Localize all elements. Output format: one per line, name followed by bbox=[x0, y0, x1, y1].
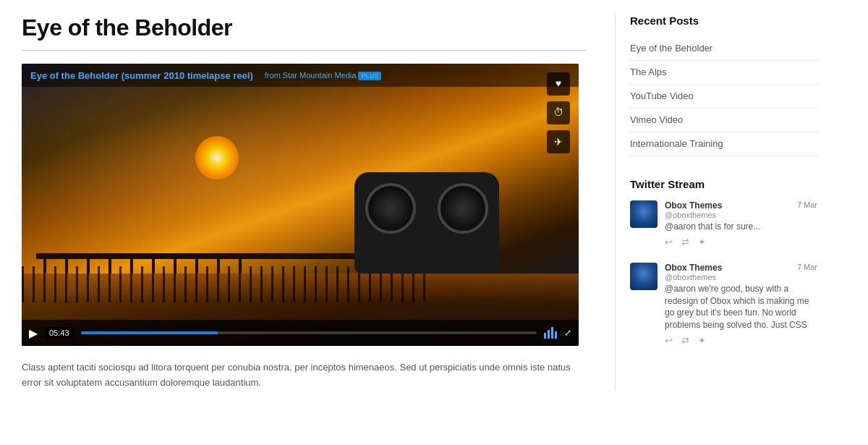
binocular-viewer bbox=[333, 143, 521, 302]
sidebar: Recent Posts Eye of the Beholder The Alp… bbox=[615, 14, 817, 391]
tweet-body-1: Obox Themes @oboxthemes 7 Mar @aaron tha… bbox=[665, 200, 817, 248]
tweet-username-1: Obox Themes bbox=[665, 200, 722, 211]
sun-glow bbox=[195, 136, 239, 179]
tweet-user-info-1: Obox Themes @oboxthemes bbox=[665, 200, 722, 219]
post-body: Class aptent taciti sociosqu ad litora t… bbox=[22, 360, 586, 391]
twitter-section: Twitter Stream Obox Themes @oboxthemes 7… bbox=[630, 178, 817, 347]
tweet-actions-2: ↩ ⇄ ✦ bbox=[665, 335, 817, 347]
post-title: Eye of the Beholder bbox=[22, 14, 586, 41]
tweet-text-2: @aaron we're good, busy with a redesign … bbox=[665, 283, 817, 331]
video-control-bar[interactable]: ▶ 05:43 ⤢ bbox=[22, 320, 579, 346]
tweet-user-info-2: Obox Themes @oboxthemes bbox=[665, 263, 722, 281]
tweet-text-1: @aaron that is for sure... bbox=[665, 221, 817, 233]
pier-post-4 bbox=[109, 253, 111, 274]
recent-post-link-3[interactable]: YouTube Video bbox=[630, 90, 694, 101]
reply-button-1[interactable]: ↩ bbox=[665, 237, 673, 248]
twitter-title: Twitter Stream bbox=[630, 178, 817, 190]
video-title-bar: Eye of the Beholder (summer 2010 timelap… bbox=[22, 64, 579, 87]
tweet-header-2: Obox Themes @oboxthemes 7 Mar bbox=[665, 263, 817, 281]
list-item: Internationale Training bbox=[630, 132, 817, 156]
tweet-avatar-1 bbox=[630, 200, 658, 228]
progress-fill bbox=[81, 331, 218, 334]
volume-indicator bbox=[544, 327, 557, 339]
recent-post-link-5[interactable]: Internationale Training bbox=[630, 138, 723, 149]
video-player[interactable]: Eye of the Beholder (summer 2010 timelap… bbox=[22, 64, 579, 346]
avatar-image-2 bbox=[630, 263, 658, 290]
retweet-button-2[interactable]: ⇄ bbox=[681, 335, 689, 347]
pier-post-7 bbox=[174, 253, 176, 274]
tweet-handle-2: @oboxthemes bbox=[665, 273, 722, 281]
tweet-body-2: Obox Themes @oboxthemes 7 Mar @aaron we'… bbox=[665, 263, 817, 347]
tweet-item-1: Obox Themes @oboxthemes 7 Mar @aaron tha… bbox=[630, 200, 817, 248]
video-from-label: from Star Mountain Media PLUS bbox=[265, 71, 382, 80]
plus-badge: PLUS bbox=[358, 72, 381, 80]
pier-post-1 bbox=[43, 253, 46, 274]
retweet-button-1[interactable]: ⇄ bbox=[681, 237, 689, 248]
tweet-item-2: Obox Themes @oboxthemes 7 Mar @aaron we'… bbox=[630, 263, 817, 347]
tweet-username-2: Obox Themes bbox=[665, 263, 722, 273]
tweet-handle-1: @oboxthemes bbox=[665, 211, 722, 219]
binocular-lens-right bbox=[438, 183, 488, 234]
heart-button[interactable]: ♥ bbox=[547, 72, 570, 96]
vol-bar-1 bbox=[544, 333, 546, 339]
tweet-date-2: 7 Mar bbox=[797, 263, 817, 271]
progress-bar[interactable] bbox=[81, 331, 537, 334]
watch-later-icon: ⏱ bbox=[553, 107, 563, 119]
title-divider bbox=[22, 50, 586, 51]
tweet-actions-1: ↩ ⇄ ✦ bbox=[665, 237, 817, 248]
watch-later-button[interactable]: ⏱ bbox=[547, 101, 570, 124]
avatar-image-1 bbox=[630, 200, 658, 228]
favorite-button-2[interactable]: ✦ bbox=[698, 335, 706, 347]
time-display: 05:43 bbox=[45, 327, 74, 339]
fullscreen-button[interactable]: ⤢ bbox=[564, 328, 571, 339]
pier-post-2 bbox=[65, 253, 68, 274]
binocular-lens-left bbox=[365, 183, 416, 234]
reply-button-2[interactable]: ↩ bbox=[665, 335, 673, 347]
play-button[interactable]: ▶ bbox=[29, 326, 38, 340]
pier-post-8 bbox=[195, 253, 198, 274]
recent-posts-title: Recent Posts bbox=[630, 14, 817, 27]
video-action-buttons: ♥ ⏱ ✈ bbox=[547, 72, 570, 153]
tweet-avatar-2 bbox=[630, 263, 658, 290]
recent-posts-section: Recent Posts Eye of the Beholder The Alp… bbox=[630, 14, 817, 156]
video-title-text: Eye of the Beholder (summer 2010 timelap… bbox=[30, 70, 253, 81]
list-item: Vimeo Video bbox=[630, 109, 817, 132]
pier-post-10 bbox=[239, 253, 242, 274]
page-layout: Eye of the Beholder bbox=[0, 0, 868, 405]
tweet-date-1: 7 Mar bbox=[797, 200, 817, 209]
share-button[interactable]: ✈ bbox=[547, 130, 570, 153]
recent-post-link-2[interactable]: The Alps bbox=[630, 67, 667, 77]
list-item: YouTube Video bbox=[630, 85, 817, 109]
favorite-button-1[interactable]: ✦ bbox=[698, 237, 706, 248]
vol-bar-3 bbox=[551, 327, 553, 339]
pier-post-3 bbox=[87, 253, 90, 274]
list-item: The Alps bbox=[630, 61, 817, 85]
list-item: Eye of the Beholder bbox=[630, 37, 817, 61]
recent-posts-list: Eye of the Beholder The Alps YouTube Vid… bbox=[630, 37, 817, 156]
main-content: Eye of the Beholder bbox=[22, 14, 615, 391]
vol-bar-2 bbox=[548, 330, 550, 339]
share-icon: ✈ bbox=[554, 136, 563, 148]
tweet-header-1: Obox Themes @oboxthemes 7 Mar bbox=[665, 200, 817, 219]
recent-post-link-1[interactable]: Eye of the Beholder bbox=[630, 43, 712, 54]
pier-post-6 bbox=[152, 253, 155, 274]
video-channel: Star Mountain Media bbox=[283, 71, 357, 80]
pier-post-9 bbox=[217, 253, 220, 274]
recent-post-link-4[interactable]: Vimeo Video bbox=[630, 114, 683, 125]
pier-post-5 bbox=[130, 253, 133, 274]
vol-bar-4 bbox=[555, 331, 557, 339]
